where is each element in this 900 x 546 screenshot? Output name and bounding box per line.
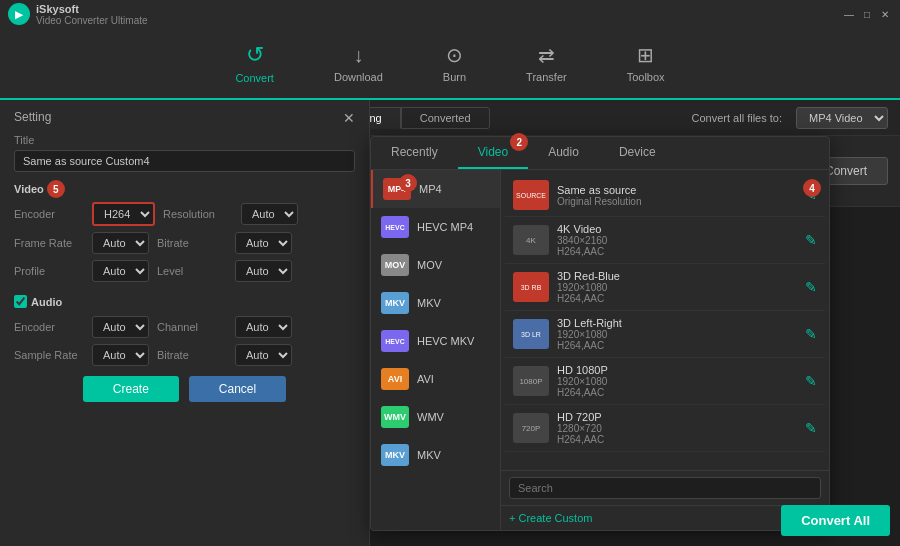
- nav-toolbox[interactable]: ⊞ Toolbox: [617, 43, 675, 83]
- mov-icon: MOV: [381, 254, 409, 276]
- app-name: iSkysoft: [36, 3, 148, 15]
- format-search-input[interactable]: [509, 477, 821, 499]
- preset-3d-rb[interactable]: 3D RB 3D Red-Blue 1920×1080H264,AAC ✎: [505, 264, 825, 311]
- audio-channel-select[interactable]: Auto: [235, 316, 292, 338]
- maximize-button[interactable]: □: [860, 7, 874, 21]
- format-tab-audio[interactable]: Audio: [528, 137, 599, 169]
- nav-transfer[interactable]: ⇄ Transfer: [516, 43, 577, 83]
- format-tab-video-label: Video: [478, 145, 508, 159]
- close-button[interactable]: ✕: [878, 7, 892, 21]
- convert-all-files-label: Convert all files to:: [692, 112, 782, 124]
- app-subtitle: Video Converter Ultimate: [36, 15, 148, 26]
- profile-select[interactable]: Auto: [92, 260, 149, 282]
- audio-sample-label: Sample Rate: [14, 349, 84, 361]
- format-item-mp4[interactable]: MP4 MP4 3: [371, 170, 500, 208]
- badge-3: 3: [399, 174, 417, 192]
- preset-hd1080-edit-icon[interactable]: ✎: [805, 373, 817, 389]
- hevc-mkv-label: HEVC MKV: [417, 335, 474, 347]
- preset-4k-icon: 4K: [513, 225, 549, 255]
- audio-encoder-select[interactable]: Auto: [92, 316, 149, 338]
- audio-bitrate-select[interactable]: Auto: [235, 344, 292, 366]
- audio-sample-select[interactable]: Auto: [92, 344, 149, 366]
- preset-hd720-name: HD 720P: [557, 411, 805, 423]
- setting-btn-group: Create Cancel: [14, 376, 355, 402]
- nav-burn[interactable]: ⊙ Burn: [433, 43, 476, 83]
- level-label: Level: [157, 265, 227, 277]
- convert-all-button[interactable]: Convert All: [781, 505, 890, 536]
- title-bar-left: ▶ iSkysoft Video Converter Ultimate: [8, 3, 148, 26]
- format-item-hevc-mkv[interactable]: HEVC HEVC MKV: [371, 322, 500, 360]
- setting-panel: Setting ✕ Title Video 5 Encoder H264 Res…: [0, 100, 370, 546]
- framerate-label: Frame Rate: [14, 237, 84, 249]
- level-select[interactable]: Auto: [235, 260, 292, 282]
- format-tab-device[interactable]: Device: [599, 137, 676, 169]
- audio-channel-label: Channel: [157, 321, 227, 333]
- preset-hd1080-name: HD 1080P: [557, 364, 805, 376]
- mp4-label: MP4: [419, 183, 442, 195]
- nav-convert-label: Convert: [235, 72, 274, 84]
- preset-3d-rb-info: 3D Red-Blue 1920×1080H264,AAC: [557, 270, 805, 304]
- preset-4k[interactable]: 4K 4K Video 3840×2160H264,AAC ✎: [505, 217, 825, 264]
- format-tab-video[interactable]: Video 2: [458, 137, 528, 169]
- preset-hd1080[interactable]: 1080P HD 1080P 1920×1080H264,AAC ✎: [505, 358, 825, 405]
- setting-close-button[interactable]: ✕: [343, 110, 355, 126]
- encoder-label: Encoder: [14, 208, 84, 220]
- mkv-icon: MKV: [381, 292, 409, 314]
- tab-converted[interactable]: Converted: [401, 107, 490, 129]
- resolution-select[interactable]: Auto: [241, 203, 298, 225]
- setting-header: Setting ✕: [14, 110, 355, 126]
- format-item-mkv2[interactable]: MKV MKV: [371, 436, 500, 474]
- preset-source-icon: SOURCE: [513, 180, 549, 210]
- nav-toolbox-label: Toolbox: [627, 71, 665, 83]
- nav-convert[interactable]: ↺ Convert: [225, 42, 284, 84]
- hevc-mp4-label: HEVC MP4: [417, 221, 473, 233]
- wmv-label: WMV: [417, 411, 444, 423]
- bitrate-select[interactable]: Auto: [235, 232, 292, 254]
- audio-sample-row: Sample Rate Auto Bitrate Auto: [14, 344, 355, 366]
- preset-hd720[interactable]: 720P HD 720P 1280×720H264,AAC ✎: [505, 405, 825, 452]
- format-item-hevc-mp4[interactable]: HEVC HEVC MP4: [371, 208, 500, 246]
- video-section-title: Video 5: [14, 180, 355, 198]
- format-item-mov[interactable]: MOV MOV: [371, 246, 500, 284]
- audio-encoder-row: Encoder Auto Channel Auto: [14, 316, 355, 338]
- transfer-icon: ⇄: [538, 43, 555, 67]
- preset-4k-edit-icon[interactable]: ✎: [805, 232, 817, 248]
- convert-icon: ↺: [246, 42, 264, 68]
- title-input[interactable]: [14, 150, 355, 172]
- encoder-row: Encoder H264 Resolution Auto: [14, 202, 355, 226]
- preset-3d-lr-edit-icon[interactable]: ✎: [805, 326, 817, 342]
- preset-same-as-source[interactable]: SOURCE Same as source Original Resolutio…: [505, 174, 825, 217]
- preset-hd720-edit-icon[interactable]: ✎: [805, 420, 817, 436]
- bitrate-label: Bitrate: [157, 237, 227, 249]
- audio-checkbox[interactable]: [14, 295, 27, 308]
- format-popup: Recently Video 2 Audio Device MP4 MP4 3 …: [370, 136, 830, 531]
- preset-3d-lr-detail: 1920×1080H264,AAC: [557, 329, 805, 351]
- preset-3d-rb-edit-icon[interactable]: ✎: [805, 279, 817, 295]
- presets-container: SOURCE Same as source Original Resolutio…: [501, 170, 829, 530]
- video-section: Video 5 Encoder H264 Resolution Auto Fra…: [14, 180, 355, 282]
- format-item-avi[interactable]: AVI AVI: [371, 360, 500, 398]
- profile-row: Profile Auto Level Auto: [14, 260, 355, 282]
- hevc-mkv-icon: HEVC: [381, 330, 409, 352]
- preset-3d-lr[interactable]: 3D LR 3D Left-Right 1920×1080H264,AAC ✎: [505, 311, 825, 358]
- nav-download[interactable]: ↓ Download: [324, 44, 393, 83]
- resolution-label: Resolution: [163, 208, 233, 220]
- encoder-select[interactable]: H264: [92, 202, 155, 226]
- create-custom-button[interactable]: + Create Custom: [501, 505, 829, 530]
- framerate-select[interactable]: Auto: [92, 232, 149, 254]
- create-button[interactable]: Create: [83, 376, 179, 402]
- format-select[interactable]: MP4 Video: [796, 107, 888, 129]
- title-bar: ▶ iSkysoft Video Converter Ultimate — □ …: [0, 0, 900, 28]
- format-presets: SOURCE Same as source Original Resolutio…: [501, 170, 829, 470]
- format-item-wmv[interactable]: WMV WMV: [371, 398, 500, 436]
- mkv2-label: MKV: [417, 449, 441, 461]
- format-tab-recently[interactable]: Recently: [371, 137, 458, 169]
- format-item-mkv[interactable]: MKV MKV: [371, 284, 500, 322]
- framerate-row: Frame Rate Auto Bitrate Auto: [14, 232, 355, 254]
- minimize-button[interactable]: —: [842, 7, 856, 21]
- preset-3d-lr-name: 3D Left-Right: [557, 317, 805, 329]
- audio-section: Audio Encoder Auto Channel Auto Sample R…: [14, 290, 355, 366]
- cancel-button[interactable]: Cancel: [189, 376, 286, 402]
- preset-source-edit-icon[interactable]: ✎ 4: [805, 187, 817, 203]
- format-list: MP4 MP4 3 HEVC HEVC MP4 MOV MOV MKV MKV …: [371, 170, 501, 530]
